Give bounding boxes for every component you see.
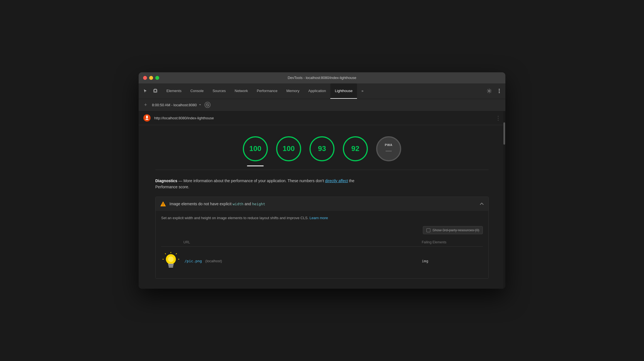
audit-table: URL Failing Elements — [161, 238, 483, 273]
lighthouse-header-left: http://localhost:8080/index-lighthouse — [143, 114, 214, 122]
tab-sources[interactable]: Sources — [208, 83, 230, 99]
row-failing-element: img — [422, 259, 483, 263]
score-best-practices[interactable]: 93 — [309, 136, 335, 161]
learn-more-link[interactable]: Learn more — [309, 216, 328, 220]
score-seo[interactable]: 92 — [343, 136, 368, 161]
window-title: DevTools - localhost:8080/index-lighthou… — [288, 76, 356, 80]
score-pwa[interactable]: PWA — — [376, 136, 401, 161]
tab-bar-actions — [485, 83, 503, 99]
more-tabs-button[interactable]: » — [357, 83, 368, 99]
diagnostics-section: Diagnostics — More information about the… — [139, 170, 505, 289]
svg-point-5 — [499, 92, 500, 93]
audit-title: Image elements do not have explicit widt… — [169, 202, 265, 206]
close-button[interactable] — [143, 76, 147, 80]
address-bar: + 8:00:50 AM - localhost:8080 — [139, 99, 505, 111]
row-url-info: /pic.png (localhost) — [184, 258, 422, 263]
audit-header-left: ! Image elements do not have explicit wi… — [160, 201, 265, 207]
lighthouse-url-header: http://localhost:8080/index-lighthouse ⋮ — [139, 111, 505, 125]
score-performance[interactable]: 100 — [243, 136, 268, 161]
svg-rect-15 — [168, 264, 174, 265]
lighthouse-main: 100 100 93 92 PWA — — [139, 125, 505, 289]
tab-bar: Elements Console Sources Network Perform… — [139, 83, 505, 99]
audit-item-body: Set an explicit width and height on imag… — [156, 211, 488, 278]
stop-navigation-icon[interactable] — [204, 102, 211, 108]
svg-line-19 — [176, 253, 177, 254]
lightbulb-thumbnail-icon — [163, 252, 179, 270]
svg-rect-10 — [146, 119, 148, 120]
third-party-row: Show 3rd-party resources (0) — [161, 226, 483, 234]
scrollbar-thumb[interactable] — [503, 122, 505, 145]
scores-row: 100 100 93 92 PWA — — [139, 131, 505, 170]
audit-item-image-dimensions: ! Image elements do not have explicit wi… — [155, 197, 489, 279]
score-accessibility[interactable]: 100 — [276, 136, 301, 161]
diagnostics-header: Diagnostics — More information about the… — [155, 178, 489, 190]
fullscreen-button[interactable] — [155, 76, 159, 80]
address-input[interactable]: 8:00:50 AM - localhost:8080 — [152, 103, 202, 107]
tab-elements[interactable]: Elements — [162, 83, 186, 99]
image-thumbnail — [161, 251, 181, 271]
svg-point-2 — [488, 90, 490, 92]
lighthouse-logo-icon — [143, 114, 151, 122]
warning-icon: ! — [160, 201, 166, 207]
svg-line-7 — [207, 104, 208, 106]
row-url-link[interactable]: /pic.png — [184, 259, 202, 263]
third-party-checkbox[interactable] — [426, 228, 430, 232]
svg-point-3 — [499, 89, 500, 90]
settings-icon[interactable] — [485, 87, 493, 95]
tab-lighthouse[interactable]: Lighthouse — [330, 83, 357, 99]
audit-description: Set an explicit width and height on imag… — [161, 215, 483, 221]
window-body: http://localhost:8080/index-lighthouse ⋮… — [139, 111, 505, 289]
tab-application[interactable]: Application — [304, 83, 331, 99]
tab-network[interactable]: Network — [230, 83, 253, 99]
minimize-button[interactable] — [149, 76, 153, 80]
cursor-icon[interactable] — [141, 86, 150, 95]
svg-line-21 — [165, 253, 166, 254]
svg-rect-16 — [168, 265, 173, 266]
audit-table-header: URL Failing Elements — [161, 238, 483, 247]
lighthouse-url: http://localhost:8080/index-lighthouse — [154, 116, 214, 120]
scrollbar-track[interactable] — [503, 111, 505, 289]
svg-rect-17 — [169, 266, 173, 268]
title-bar: DevTools - localhost:8080/index-lighthou… — [139, 72, 505, 83]
devtools-menu-icon[interactable] — [495, 87, 503, 95]
third-party-label: Show 3rd-party resources (0) — [433, 228, 479, 232]
tab-memory[interactable]: Memory — [282, 83, 304, 99]
directly-affect-link[interactable]: directly affect — [325, 179, 348, 183]
col-failing-header: Failing Elements — [422, 240, 483, 244]
layers-icon[interactable] — [151, 86, 160, 95]
audit-item-header[interactable]: ! Image elements do not have explicit wi… — [156, 197, 488, 211]
row-url-host: (localhost) — [205, 259, 222, 263]
col-url-header: URL — [161, 240, 422, 244]
add-tab-button[interactable]: + — [142, 101, 149, 108]
traffic-lights — [143, 76, 159, 80]
tab-performance[interactable]: Performance — [252, 83, 282, 99]
lighthouse-header-menu-icon[interactable]: ⋮ — [495, 115, 501, 121]
svg-point-14 — [168, 256, 174, 262]
tab-bar-controls — [141, 83, 160, 99]
svg-text:!: ! — [163, 203, 164, 206]
tab-console[interactable]: Console — [186, 83, 208, 99]
third-party-toggle[interactable]: Show 3rd-party resources (0) — [423, 226, 483, 234]
tabs-container: Elements Console Sources Network Perform… — [162, 83, 483, 99]
table-row: /pic.png (localhost) img — [161, 249, 483, 273]
chevron-up-icon[interactable] — [480, 201, 484, 206]
svg-point-4 — [499, 90, 500, 92]
